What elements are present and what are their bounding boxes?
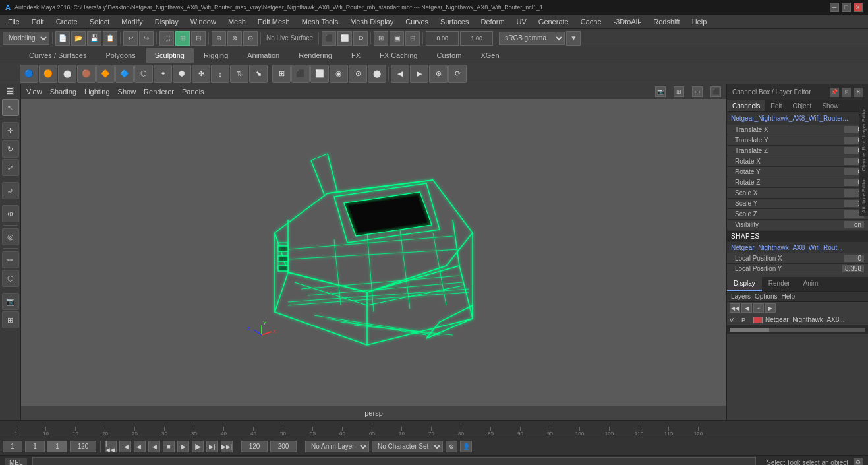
redo-icon[interactable]: ↪ — [139, 31, 154, 46]
status-icon[interactable]: ⚙ — [854, 458, 863, 465]
menu-window[interactable]: Window — [185, 16, 221, 27]
snap-curve-icon[interactable]: ⊗ — [227, 31, 242, 46]
vp-view-menu[interactable]: View — [26, 88, 42, 96]
tab-fx[interactable]: FX — [342, 48, 370, 63]
viewport-layout-icon[interactable]: ⊞ — [374, 31, 388, 46]
viewport-single-icon[interactable]: ▣ — [390, 31, 404, 46]
color-mode-settings-icon[interactable]: ▼ — [566, 31, 581, 46]
cb-scale-y[interactable]: Scale Y 1 — [727, 199, 868, 209]
menu-help[interactable]: Help — [687, 16, 712, 27]
cb-tab-object[interactable]: Object — [788, 100, 817, 111]
tool-15[interactable]: ⬛ — [291, 65, 310, 83]
cb-object-name[interactable]: Netgear_Nighthawk_AX8_Wifi_Router... — [727, 112, 868, 125]
menu-deform[interactable]: Deform — [475, 16, 509, 27]
layer-name[interactable]: Netgear_Nighthawk_AX8... — [765, 316, 865, 323]
tab-animation[interactable]: Animation — [238, 48, 289, 63]
maximize-button[interactable]: □ — [842, 3, 851, 12]
frame-indicator-field[interactable] — [47, 441, 67, 452]
cb-local-pos-y[interactable]: Local Position Y 8.358 — [727, 264, 868, 274]
viewport[interactable]: View Shading Lighting Show Renderer Pane… — [21, 84, 726, 420]
scale-tool[interactable]: ⤢ — [2, 159, 19, 176]
end-time-field[interactable] — [241, 441, 268, 452]
open-file-icon[interactable]: 📂 — [71, 31, 86, 46]
close-button[interactable]: ✕ — [854, 3, 863, 12]
tool-18[interactable]: ⊙ — [349, 65, 367, 83]
menu-mesh-display[interactable]: Mesh Display — [345, 16, 399, 27]
tool-20[interactable]: ◀ — [391, 65, 409, 83]
layer-visibility-v[interactable]: V — [730, 317, 739, 323]
stop-button[interactable]: ■ — [163, 441, 175, 452]
script-input[interactable] — [32, 457, 757, 465]
vp-panels-menu[interactable]: Panels — [182, 88, 204, 96]
tool-5[interactable]: 🔶 — [96, 65, 115, 83]
right-panel-scrollbar[interactable] — [727, 326, 868, 334]
tool-8[interactable]: ✦ — [154, 65, 172, 83]
cb-rotate-y[interactable]: Rotate Y 0 — [727, 167, 868, 177]
panel-detach-icon[interactable]: ⎘ — [842, 88, 851, 97]
timeline[interactable]: 1 10 15 20 25 30 35 40 — [0, 420, 868, 437]
menu-surfaces[interactable]: Surfaces — [435, 16, 474, 27]
character-set-dropdown[interactable]: No Character Set — [372, 441, 443, 452]
menu-select[interactable]: Select — [84, 16, 115, 27]
tool-10[interactable]: ✤ — [192, 65, 210, 83]
menu-edit[interactable]: Edit — [26, 16, 49, 27]
dra-tab-display[interactable]: Display — [727, 277, 762, 291]
cb-visibility[interactable]: Visibility on — [727, 220, 868, 230]
tool-4[interactable]: 🟤 — [77, 65, 96, 83]
current-frame-field[interactable] — [25, 441, 45, 452]
cb-shape-name[interactable]: Netgear_Nighthawk_AX8_Wifi_Rout... — [727, 242, 868, 253]
step-back-button[interactable]: |◀ — [119, 441, 131, 452]
snap-point-icon[interactable]: ⊙ — [243, 31, 258, 46]
tab-rendering[interactable]: Rendering — [289, 48, 341, 63]
viewport-3d-content[interactable]: X Y Z — [21, 99, 726, 406]
lasso-tool[interactable]: ⤾ — [2, 182, 19, 199]
layer-color-swatch[interactable] — [753, 317, 763, 323]
menu-mesh[interactable]: Mesh — [223, 16, 251, 27]
menu-create[interactable]: Create — [51, 16, 83, 27]
snap-grid-icon[interactable]: ⊕ — [212, 31, 226, 46]
char-settings-icon[interactable]: 👤 — [460, 441, 472, 452]
tool-7[interactable]: ⬡ — [134, 65, 153, 83]
paint-tool[interactable]: ✏ — [2, 251, 19, 268]
tool-23[interactable]: ⟳ — [448, 65, 467, 83]
dra-icon-3[interactable]: + — [753, 303, 764, 313]
menu-modify[interactable]: Modify — [116, 16, 148, 27]
select-tool[interactable]: ↖ — [2, 99, 19, 116]
new-file-icon[interactable]: 📄 — [55, 31, 70, 46]
cb-local-pos-x[interactable]: Local Position X 0 — [727, 253, 868, 264]
end-frame-field[interactable] — [70, 441, 96, 452]
dra-options[interactable]: Options — [755, 293, 777, 300]
next-frame-button[interactable]: |▶ — [192, 441, 204, 452]
cb-scale-x[interactable]: Scale X 1 — [727, 188, 868, 199]
tool-2[interactable]: 🟠 — [39, 65, 57, 83]
cb-translate-x[interactable]: Translate X 0 — [727, 125, 868, 135]
tool-16[interactable]: ⬜ — [310, 65, 329, 83]
step-forward-button[interactable]: ▶| — [206, 441, 218, 452]
render-seq-icon[interactable]: ⬜ — [337, 31, 352, 46]
tool-21[interactable]: ▶ — [410, 65, 428, 83]
vp-show-menu[interactable]: Show — [118, 88, 136, 96]
rotate-tool[interactable]: ↻ — [2, 140, 19, 158]
grid-icon[interactable]: ⊞ — [2, 311, 19, 328]
go-start-button[interactable]: |◀◀ — [105, 441, 117, 452]
tool-11[interactable]: ↕ — [211, 65, 229, 83]
cb-tab-channels[interactable]: Channels — [727, 100, 765, 111]
play-forward-button[interactable]: ▶ — [177, 441, 189, 452]
soft-select-tool[interactable]: ◎ — [2, 228, 19, 245]
layer-visibility-p[interactable]: P — [741, 317, 751, 323]
cb-translate-y[interactable]: Translate Y 0 — [727, 135, 868, 146]
menu-edit-mesh[interactable]: Edit Mesh — [252, 16, 295, 27]
tool-1[interactable]: 🔵 — [20, 65, 38, 83]
panel-close-icon[interactable]: ✕ — [854, 88, 863, 97]
dra-help[interactable]: Help — [781, 293, 795, 300]
tool-12[interactable]: ⇅ — [230, 65, 248, 83]
mode-dropdown[interactable]: Modeling — [3, 32, 49, 45]
vp-renderer-menu[interactable]: Renderer — [144, 88, 174, 96]
menu-generate[interactable]: Generate — [533, 16, 574, 27]
move-tool[interactable]: ✛ — [2, 122, 19, 139]
vp-grid-icon[interactable]: ⊞ — [674, 86, 684, 97]
vp-shaded-icon[interactable]: ⬛ — [710, 86, 721, 97]
scroll-track[interactable] — [730, 328, 865, 332]
menu-file[interactable]: File — [3, 16, 25, 27]
prev-frame-button[interactable]: ◀| — [134, 441, 146, 452]
